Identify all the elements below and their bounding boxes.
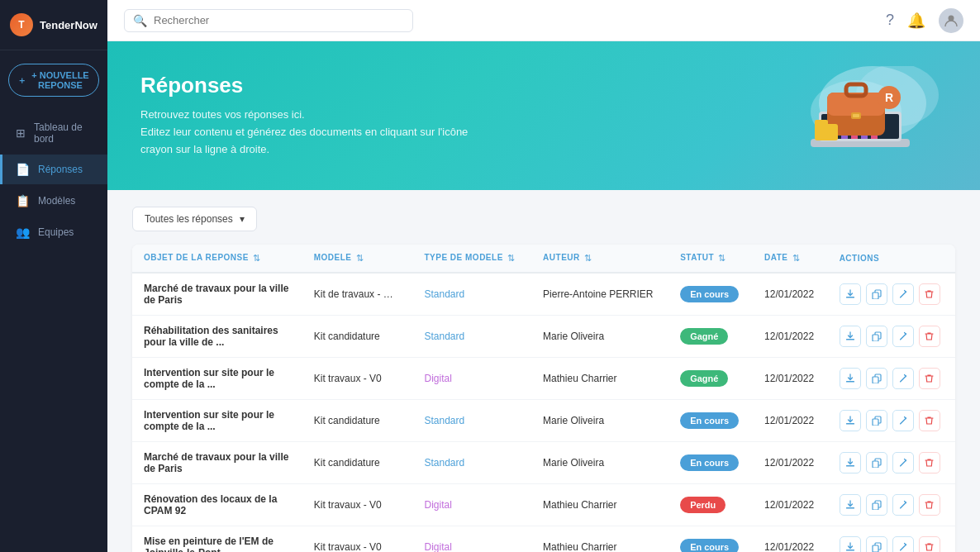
svg-rect-32	[873, 419, 878, 426]
action-buttons	[840, 326, 944, 347]
table-row: Intervention sur site pour le compte de …	[132, 400, 955, 442]
delete-button[interactable]	[919, 494, 940, 516]
sidebar: T TenderNow ＋ + NOUVELLE REPONSE ⊞ Table…	[0, 0, 107, 552]
delete-button[interactable]	[919, 326, 940, 347]
sidebar-label-modeles: Modèles	[38, 195, 75, 207]
download-button[interactable]	[840, 536, 861, 552]
filter-modele-button[interactable]: ⇅	[354, 253, 365, 264]
action-buttons	[840, 283, 944, 305]
download-button[interactable]	[840, 368, 861, 389]
cell-statut: Gagné	[668, 316, 753, 358]
edit-button[interactable]	[892, 283, 914, 305]
copy-button[interactable]	[866, 283, 887, 305]
cell-type: Digital	[412, 358, 531, 400]
svg-rect-18	[815, 120, 828, 126]
cell-date: 12/01/2022	[753, 358, 828, 400]
banner-description: Retrouvez toutes vos réponses ici. Edite…	[140, 107, 468, 158]
delete-button[interactable]	[919, 410, 940, 431]
filter-dropdown[interactable]: Toutes les réponses ▾	[132, 207, 257, 231]
bell-icon[interactable]: 🔔	[907, 12, 925, 30]
edit-button[interactable]	[892, 452, 914, 473]
svg-rect-36	[846, 507, 854, 509]
cell-date: 12/01/2022	[753, 273, 828, 316]
edit-button[interactable]	[892, 494, 914, 516]
cell-type: Digital	[412, 526, 531, 553]
banner-text: Réponses Retrouvez toutes vos réponses i…	[140, 73, 468, 158]
col-statut: STATUT ⇅	[668, 245, 753, 273]
svg-rect-35	[873, 461, 878, 468]
cell-modele: Kit de travaux - maç...	[302, 273, 413, 316]
copy-button[interactable]	[866, 368, 887, 389]
avatar[interactable]	[939, 8, 963, 33]
download-button[interactable]	[840, 283, 861, 305]
edit-button[interactable]	[892, 368, 914, 389]
sidebar-label-tableau-de-bord: Tableau de bord	[34, 121, 94, 145]
col-actions: ACTIONS	[828, 245, 955, 273]
file-icon: 📄	[16, 163, 30, 176]
cell-auteur: Marie Oliveira	[531, 442, 668, 484]
filter-type-button[interactable]: ⇅	[506, 253, 516, 264]
team-icon: 👥	[16, 226, 30, 239]
table-header-row: OBJET DE LA REPONSE ⇅ MODELE ⇅ TYPE DE M…	[132, 245, 955, 273]
cell-statut: Gagné	[668, 358, 753, 400]
delete-button[interactable]	[919, 283, 940, 305]
edit-button[interactable]	[892, 326, 914, 347]
edit-button[interactable]	[892, 536, 914, 552]
sidebar-label-reponses: Réponses	[38, 164, 83, 175]
sidebar-item-tableau-de-bord[interactable]: ⊞ Tableau de bord	[0, 113, 107, 153]
cell-objet: Marché de travaux pour la ville de Paris	[132, 442, 302, 484]
edit-button[interactable]	[892, 410, 914, 431]
action-buttons	[840, 410, 944, 431]
cell-date: 12/01/2022	[753, 442, 828, 484]
search-input[interactable]	[154, 14, 404, 26]
copy-button[interactable]	[866, 410, 887, 431]
filter-statut-button[interactable]: ⇅	[716, 253, 727, 264]
cell-type: Standard	[412, 316, 531, 358]
sidebar-item-reponses[interactable]: 📄 Réponses	[0, 155, 107, 184]
search-box[interactable]: 🔍	[124, 9, 413, 32]
new-response-button[interactable]: ＋ + NOUVELLE REPONSE	[8, 64, 99, 97]
download-button[interactable]	[840, 452, 861, 473]
filter-label: Toutes les réponses	[145, 213, 233, 225]
cell-modele: Kit travaux - V0	[302, 358, 413, 400]
cell-modele: Kit travaux - V0	[302, 484, 413, 526]
download-button[interactable]	[840, 494, 861, 516]
download-button[interactable]	[840, 326, 861, 347]
help-icon[interactable]: ?	[886, 12, 894, 29]
delete-button[interactable]	[919, 452, 940, 473]
copy-button[interactable]	[866, 494, 887, 516]
download-button[interactable]	[840, 410, 861, 431]
svg-rect-16	[853, 114, 859, 117]
table-row: Intervention sur site pour le compte de …	[132, 358, 955, 400]
svg-rect-26	[873, 335, 878, 341]
delete-button[interactable]	[919, 536, 940, 552]
cell-modele: Kit travaux - V0	[302, 526, 413, 553]
col-objet: OBJET DE LA REPONSE ⇅	[132, 245, 302, 273]
banner-illustration: R	[765, 66, 947, 165]
filter-date-button[interactable]: ⇅	[791, 253, 802, 264]
action-buttons	[840, 368, 944, 389]
copy-button[interactable]	[866, 536, 887, 552]
filter-objet-button[interactable]: ⇅	[251, 253, 262, 264]
cell-actions	[828, 273, 955, 316]
svg-rect-30	[846, 423, 854, 425]
responses-table: OBJET DE LA REPONSE ⇅ MODELE ⇅ TYPE DE M…	[132, 245, 955, 552]
filter-auteur-button[interactable]: ⇅	[583, 253, 593, 264]
copy-button[interactable]	[866, 326, 887, 347]
cell-statut: En cours	[668, 442, 753, 484]
cell-statut: Perdu	[668, 484, 753, 526]
col-date: DATE ⇅	[753, 245, 828, 273]
sidebar-label-equipes: Equipes	[38, 226, 74, 238]
app-name: TenderNow	[40, 19, 98, 31]
sidebar-item-equipes[interactable]: 👥 Equipes	[0, 217, 107, 247]
table-area: Toutes les réponses ▾ OBJET DE LA REPONS…	[107, 190, 980, 552]
col-auteur: AUTEUR ⇅	[531, 245, 668, 273]
copy-button[interactable]	[866, 452, 887, 473]
cell-date: 12/01/2022	[753, 484, 828, 526]
cell-actions	[828, 484, 955, 526]
banner-title: Réponses	[140, 73, 468, 98]
delete-button[interactable]	[919, 368, 940, 389]
cell-actions	[828, 526, 955, 553]
sidebar-item-modeles[interactable]: 📋 Modèles	[0, 186, 107, 216]
cell-auteur: Marie Oliveira	[531, 316, 668, 358]
